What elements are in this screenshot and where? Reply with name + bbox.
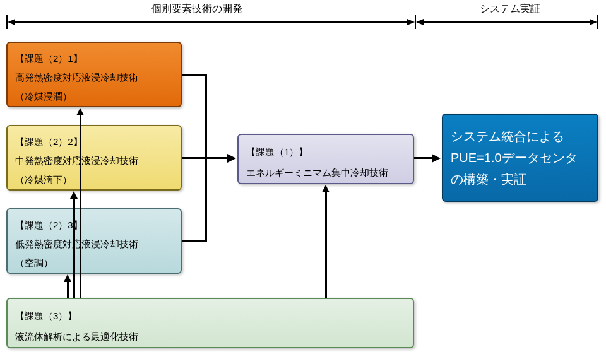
dim-line-right (423, 21, 591, 23)
box-line: （冷媒浸潤） (15, 87, 173, 106)
connector (205, 74, 207, 242)
box-line: （冷媒滴下） (15, 170, 173, 189)
dim-arrow (590, 19, 597, 25)
box-tag: 【課題（1）】 (246, 141, 405, 162)
dim-line-left (14, 21, 408, 23)
box-tag: 【課題（2）1】 (15, 49, 173, 68)
box-tag: 【課題（3）】 (15, 305, 405, 326)
arrow-icon (64, 274, 71, 282)
arrow-icon (76, 108, 84, 115)
box-system: システム統合によるPUE=1.0データセンタの構築・実証 (442, 114, 598, 202)
dim-arrow (8, 19, 15, 25)
connector (182, 240, 207, 242)
box-line: システム統合によるPUE=1.0データセンタの構築・実証 (451, 126, 590, 190)
header-right: システム実証 (480, 3, 540, 16)
connector (325, 191, 327, 298)
box-line: 低発熱密度対応液浸冷却技術 (15, 235, 173, 254)
box-k23: 【課題（2）3】 低発熱密度対応液浸冷却技術 （空調） (6, 208, 182, 274)
box-k3: 【課題（3）】 液流体解析による最適化技術 (6, 298, 414, 348)
box-line: エネルギーミニマム集中冷却技術 (246, 162, 405, 183)
box-k1: 【課題（1）】 エネルギーミニマム集中冷却技術 (237, 134, 414, 184)
arrow-icon (322, 185, 330, 192)
arrow-icon (227, 154, 236, 163)
box-line: （空調） (15, 254, 173, 273)
box-line: 高発熱密度対応液浸冷却技術 (15, 68, 173, 87)
box-line: 中発熱密度対応液浸冷却技術 (15, 151, 173, 170)
arrow-icon (70, 191, 78, 199)
box-k22: 【課題（2）2】 中発熱密度対応液浸冷却技術 （冷媒滴下） (6, 125, 182, 191)
connector (414, 157, 433, 159)
dim-arrow (416, 19, 424, 25)
dim-tick (597, 15, 598, 29)
dim-arrow (407, 19, 415, 25)
connector (73, 197, 75, 298)
connector (67, 281, 69, 298)
connector (182, 74, 207, 76)
header-left: 個別要素技術の開発 (152, 3, 242, 16)
box-tag: 【課題（2）3】 (15, 216, 173, 235)
box-k21: 【課題（2）1】 高発熱密度対応液浸冷却技術 （冷媒浸潤） (6, 42, 182, 107)
box-line: 液流体解析による最適化技術 (15, 326, 405, 347)
connector (80, 114, 81, 298)
arrow-icon (432, 154, 441, 163)
box-tag: 【課題（2）2】 (15, 132, 173, 151)
diagram-canvas: 個別要素技術の開発 システム実証 【課題（2）1】 高発熱密度対応液浸冷却技術 … (0, 0, 606, 364)
